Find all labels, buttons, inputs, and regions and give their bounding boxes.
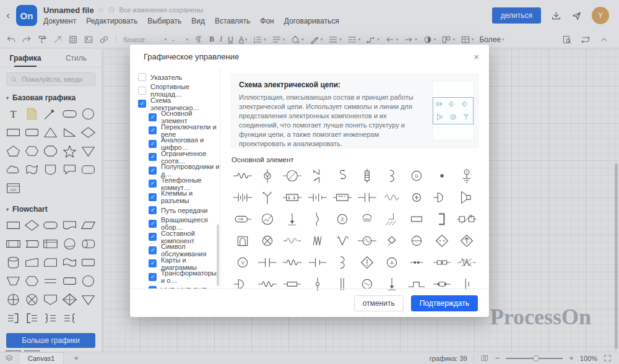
cancel-button[interactable]: отменить — [354, 295, 404, 311]
category-item[interactable]: Спортивные площад… — [130, 84, 220, 98]
symbol-sq — [280, 251, 305, 273]
symbol-dia-dots — [430, 230, 454, 251]
dialog-footer: отменить Подтверждать — [130, 288, 489, 317]
symbol-box-dash — [330, 186, 355, 208]
category-item[interactable]: Схема электрическо… — [130, 97, 220, 111]
category-label: Телефонные коммут… — [161, 176, 220, 191]
svg-text:V: V — [241, 259, 245, 265]
category-label: Клеммы и разъемы — [161, 189, 220, 204]
symbol-dia-ex — [355, 251, 379, 273]
category-label: VHF-UHF-SHF — [161, 287, 207, 288]
symbol-dots2 — [404, 251, 429, 273]
category-checkbox[interactable] — [138, 73, 146, 81]
symbol-bat2 — [305, 186, 330, 208]
symbol-cells — [355, 165, 379, 186]
dialog-title: Графическое управление — [144, 52, 239, 61]
category-item[interactable]: Переключатели и реле — [130, 124, 220, 137]
category-item[interactable]: Трансформаторы и о… — [130, 271, 220, 284]
detail-title: Схема электрической цепи: — [239, 80, 425, 89]
preview-symbol-ant-down — [461, 113, 472, 121]
symbol-ant-gnd — [454, 165, 479, 186]
list-scrollbar[interactable] — [217, 224, 219, 286]
symbol-circle-g: G — [404, 165, 429, 186]
symbol-circ-diag — [255, 208, 280, 230]
category-label: Схема электрическо… — [150, 97, 220, 111]
category-checkbox[interactable] — [149, 113, 157, 121]
category-item[interactable]: Полупроводники и д… — [130, 164, 220, 178]
category-checkbox[interactable] — [149, 167, 157, 175]
category-checkbox[interactable] — [149, 193, 157, 201]
category-item[interactable]: Клеммы и разъемы — [130, 191, 220, 204]
symbol-dshape — [430, 186, 454, 208]
symbol-circ-x — [255, 230, 280, 251]
symbol-ind3 — [330, 251, 355, 273]
category-checkbox[interactable] — [149, 153, 157, 161]
category-checkbox[interactable] — [149, 233, 157, 241]
category-checkbox[interactable] — [149, 206, 157, 214]
category-item[interactable]: Ограниченное соотв… — [130, 150, 220, 164]
close-icon[interactable]: × — [474, 52, 479, 61]
symbol-circle-a: A — [379, 251, 404, 273]
category-item[interactable]: Символ обслуживания — [130, 244, 220, 258]
category-checkbox[interactable] — [138, 100, 146, 108]
category-checkbox[interactable] — [138, 87, 146, 95]
category-checkbox[interactable] — [149, 140, 157, 148]
category-label: Путь передачи — [161, 207, 207, 214]
category-item[interactable]: Телефонные коммут… — [130, 177, 220, 191]
svg-text:A: A — [391, 259, 394, 265]
category-item[interactable]: Указатель — [130, 71, 220, 84]
symbol-paren — [305, 208, 330, 230]
symbol-box-arr — [280, 186, 305, 208]
graphic-manager-dialog: Графическое управление × УказательСпорти… — [130, 45, 489, 317]
category-label: Трансформаторы и о… — [161, 269, 220, 284]
detail-card: Схема электрической цепи: Иллюстрация, о… — [230, 73, 479, 149]
symbol-res-x — [454, 251, 479, 273]
svg-text:Z: Z — [341, 216, 344, 222]
category-item[interactable]: Основной элемент — [130, 111, 220, 124]
category-checkbox[interactable] — [149, 246, 157, 254]
symbol-circ-arrow — [255, 165, 280, 186]
preview-symbol-speaker — [435, 113, 446, 121]
category-item[interactable]: Карты и диаграммы — [130, 257, 220, 271]
symbol-relay — [454, 208, 479, 230]
category-item[interactable]: Путь передачи — [130, 204, 220, 217]
category-item[interactable]: Вращающееся обор… — [130, 217, 220, 231]
confirm-button[interactable]: Подтверждать — [411, 295, 478, 311]
category-item[interactable]: Аналоговая и цифро… — [130, 137, 220, 151]
symbol-sq — [230, 165, 255, 186]
symbol-circle-z: Z — [330, 208, 355, 230]
symbol-ant-y — [255, 186, 280, 208]
symbol-sine — [379, 186, 404, 208]
symbol-coil-s — [330, 165, 355, 186]
category-checkbox[interactable] — [149, 220, 157, 228]
category-checkbox[interactable] — [149, 180, 157, 188]
category-label: Карты и диаграммы — [161, 256, 220, 271]
symbol-circ-hline — [404, 230, 429, 251]
symbol-ind3 — [379, 165, 404, 186]
preview-symbol-circ-x — [448, 113, 459, 121]
preview-symbols — [433, 97, 474, 124]
category-label: Вращающееся обор… — [161, 216, 220, 231]
category-checkbox[interactable] — [149, 259, 157, 267]
category-label: Основной элемент — [161, 110, 220, 124]
category-label: Составной компонент — [161, 230, 220, 245]
symbol-circ-plus — [404, 186, 429, 208]
symbol-rect-sm — [404, 208, 429, 230]
dialog-header: Графическое управление × — [130, 45, 489, 68]
preview-symbol-dshape — [448, 100, 459, 108]
category-label: Ограниченное соотв… — [161, 150, 220, 165]
category-label: Переключатели и реле — [161, 123, 220, 138]
category-item[interactable]: Составной компонент — [130, 230, 220, 244]
symbol-loops — [280, 230, 305, 251]
detail-description: Иллюстрация, описывающая состав и принци… — [239, 93, 425, 149]
symbol-cap — [255, 251, 280, 273]
symbol-vshape — [330, 230, 355, 251]
category-checkbox[interactable] — [149, 273, 157, 281]
symbol-caps3 — [355, 208, 379, 230]
category-checkbox[interactable] — [149, 286, 157, 288]
category-checkbox[interactable] — [149, 126, 157, 134]
symbol-spring — [305, 230, 330, 251]
symbol-circ-slash — [280, 165, 305, 186]
category-list: УказательСпортивные площад…Схема электри… — [130, 68, 220, 288]
preview-symbol-dshape — [461, 100, 472, 108]
